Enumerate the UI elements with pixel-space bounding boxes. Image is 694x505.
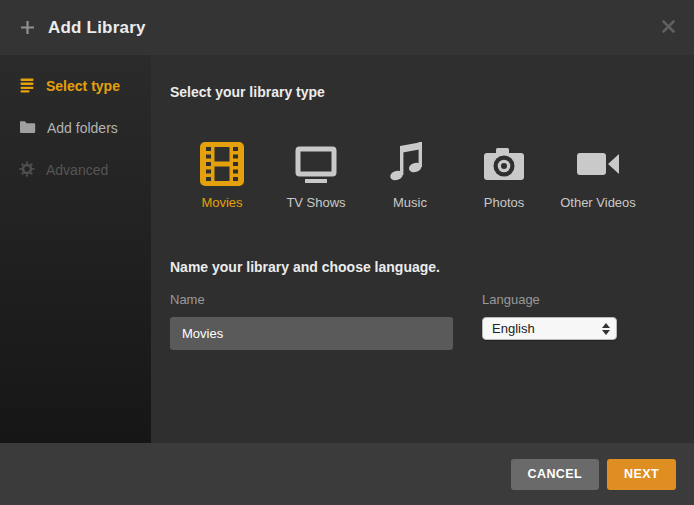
form-fields: Name Language English	[170, 292, 674, 350]
cancel-button[interactable]: CANCEL	[511, 459, 599, 490]
next-button[interactable]: NEXT	[607, 459, 676, 490]
dialog-footer: CANCEL NEXT	[0, 443, 694, 505]
language-label: Language	[482, 292, 617, 307]
main-panel: Select your library type	[151, 55, 694, 443]
folder-icon	[19, 119, 36, 137]
dialog-title: Add Library	[48, 18, 146, 38]
library-name-input[interactable]	[170, 317, 453, 350]
dialog-header: Add Library	[0, 0, 694, 55]
select-type-title: Select your library type	[170, 84, 674, 100]
library-type-label: Movies	[201, 195, 242, 210]
video-camera-icon	[574, 140, 622, 188]
library-type-label: TV Shows	[286, 195, 345, 210]
list-type-icon	[19, 77, 35, 96]
sidebar: Select type Add folders Advance	[0, 55, 151, 443]
music-note-icon	[386, 140, 434, 188]
library-type-photos[interactable]: Photos	[478, 140, 530, 210]
language-select[interactable]: English	[482, 317, 617, 340]
sidebar-item-add-folders[interactable]: Add folders	[0, 107, 151, 149]
library-type-music[interactable]: Music	[384, 140, 436, 210]
close-icon	[662, 20, 675, 36]
library-type-label: Other Videos	[560, 195, 636, 210]
gear-icon	[19, 161, 35, 180]
add-library-dialog: Add Library Select type	[0, 0, 694, 505]
tv-icon	[292, 140, 340, 188]
plus-icon	[20, 20, 35, 35]
library-type-other-videos[interactable]: Other Videos	[572, 140, 624, 210]
sidebar-item-label: Add folders	[47, 120, 118, 136]
film-strip-icon	[198, 140, 246, 188]
sidebar-item-select-type[interactable]: Select type	[0, 65, 151, 107]
library-type-list: Movies TV Shows	[196, 140, 674, 210]
sidebar-item-advanced[interactable]: Advanced	[0, 149, 151, 191]
name-section-title: Name your library and choose language.	[170, 259, 674, 275]
dialog-body: Select type Add folders Advance	[0, 55, 694, 443]
name-field-group: Name	[170, 292, 453, 350]
close-button[interactable]	[658, 18, 678, 38]
library-type-movies[interactable]: Movies	[196, 140, 248, 210]
name-label: Name	[170, 292, 453, 307]
sidebar-item-label: Advanced	[46, 162, 108, 178]
language-field-group: Language English	[482, 292, 617, 350]
library-type-label: Music	[393, 195, 427, 210]
language-select-wrap: English	[482, 317, 617, 340]
camera-icon	[480, 140, 528, 188]
library-type-label: Photos	[484, 195, 524, 210]
library-type-tv-shows[interactable]: TV Shows	[290, 140, 342, 210]
sidebar-item-label: Select type	[46, 78, 120, 94]
